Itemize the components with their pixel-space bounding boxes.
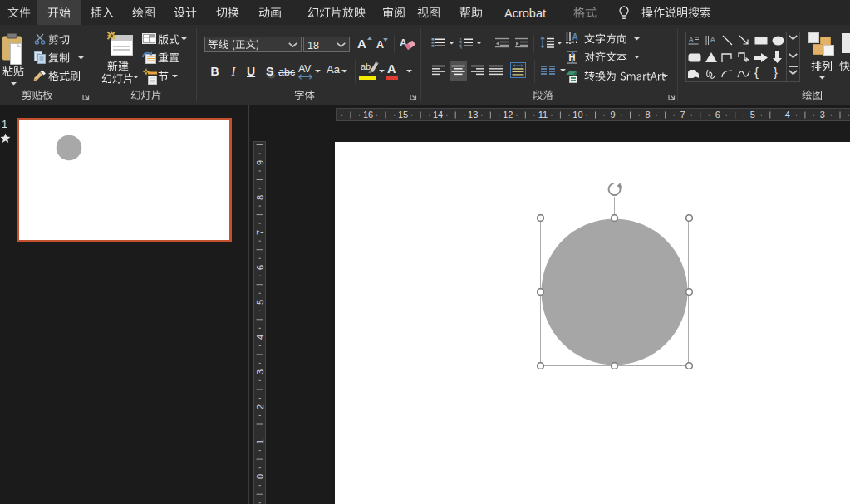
svg-text:A: A <box>689 36 695 44</box>
svg-text:3: 3 <box>459 46 462 49</box>
svg-text:A: A <box>710 36 716 44</box>
svg-text:A: A <box>400 37 407 49</box>
svg-text:A: A <box>572 32 578 42</box>
